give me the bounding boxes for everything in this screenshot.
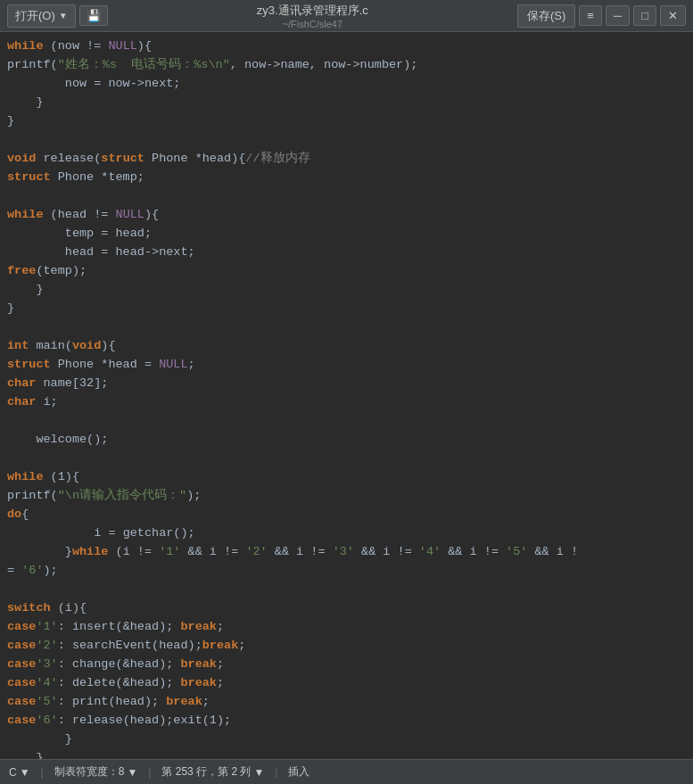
code-line: case '6': release(head);exit(1); bbox=[0, 712, 693, 730]
code-line bbox=[0, 131, 693, 150]
code-line: char name[32]; bbox=[0, 375, 693, 393]
code-line: head = head->next; bbox=[0, 243, 693, 262]
code-line: printf("姓名：%s 电话号码：%s\n", now->name, now… bbox=[0, 56, 693, 75]
code-line: } bbox=[0, 94, 693, 112]
minimize-button[interactable]: ─ bbox=[606, 5, 630, 26]
code-line: temp = head; bbox=[0, 225, 693, 243]
save-button[interactable]: 保存(S) bbox=[517, 4, 575, 28]
titlebar: 打开(O) ▼ 💾 zy3.通讯录管理程序.c ~/FishC/sle47 保存… bbox=[0, 0, 693, 32]
code-line: struct Phone *head = NULL; bbox=[0, 356, 693, 375]
code-line: while (head != NULL){ bbox=[0, 206, 693, 225]
code-line: } bbox=[0, 112, 693, 131]
insert-mode: 插入 bbox=[288, 764, 309, 780]
position-arrow: ▼ bbox=[253, 766, 264, 779]
code-editor[interactable]: while (now != NULL){ printf("姓名：%s 电话号码：… bbox=[0, 32, 693, 759]
lang-arrow: ▼ bbox=[20, 766, 30, 779]
code-line bbox=[0, 412, 693, 431]
code-line: now = now->next; bbox=[0, 75, 693, 94]
code-line: }while (i != '1' && i != '2' && i != '3'… bbox=[0, 543, 693, 562]
tab-width-selector[interactable]: 制表符宽度：8 ▼ bbox=[54, 764, 138, 780]
code-line: switch (i){ bbox=[0, 599, 693, 618]
code-line: char i; bbox=[0, 393, 693, 412]
code-line: printf("\n请输入指令代码："); bbox=[0, 487, 693, 506]
titlebar-left: 打开(O) ▼ 💾 bbox=[7, 4, 108, 28]
position-selector[interactable]: 第 253 行，第 2 列 ▼ bbox=[161, 764, 264, 780]
tab-label: 制表符宽度：8 bbox=[54, 764, 125, 780]
sep1: | bbox=[41, 766, 44, 779]
titlebar-right: 保存(S) ≡ ─ □ ✕ bbox=[517, 4, 686, 28]
code-line: i = getchar(); bbox=[0, 524, 693, 543]
code-line: case '2': searchEvent(head);break; bbox=[0, 637, 693, 656]
code-line bbox=[0, 450, 693, 468]
code-line: = '6'); bbox=[0, 562, 693, 581]
tab-arrow: ▼ bbox=[127, 766, 137, 779]
code-line: } bbox=[0, 300, 693, 318]
statusbar: C ▼ | 制表符宽度：8 ▼ | 第 253 行，第 2 列 ▼ | 插入 bbox=[0, 759, 693, 784]
code-line: struct Phone *temp; bbox=[0, 169, 693, 187]
sep2: | bbox=[148, 766, 151, 779]
code-line: void release(struct Phone *head){//释放内存 bbox=[0, 150, 693, 169]
close-button[interactable]: ✕ bbox=[660, 5, 686, 26]
code-line bbox=[0, 581, 693, 599]
open-dropdown-arrow: ▼ bbox=[59, 11, 68, 21]
code-line: welcome(); bbox=[0, 431, 693, 450]
code-line: case '4': delete(&head); break; bbox=[0, 674, 693, 693]
code-line: case '3': change(&head); break; bbox=[0, 656, 693, 674]
position-label: 第 253 行，第 2 列 bbox=[161, 764, 251, 780]
code-line: int main(void){ bbox=[0, 337, 693, 356]
save-icon-button[interactable]: 💾 bbox=[79, 5, 108, 26]
window-subtitle: ~/FishC/sle47 bbox=[108, 19, 517, 29]
code-line: do{ bbox=[0, 506, 693, 524]
open-label: 打开(O) bbox=[15, 8, 55, 24]
code-line: } bbox=[0, 749, 693, 759]
code-line: while (now != NULL){ bbox=[0, 37, 693, 56]
open-button[interactable]: 打开(O) ▼ bbox=[7, 4, 76, 28]
titlebar-center: zy3.通讯录管理程序.c ~/FishC/sle47 bbox=[108, 3, 517, 29]
insert-label: 插入 bbox=[288, 764, 309, 780]
code-line: } bbox=[0, 281, 693, 300]
menu-button[interactable]: ≡ bbox=[579, 5, 602, 26]
code-line: } bbox=[0, 730, 693, 749]
code-line bbox=[0, 187, 693, 206]
lang-selector[interactable]: C ▼ bbox=[9, 766, 30, 779]
window-title: zy3.通讯录管理程序.c bbox=[108, 3, 517, 19]
lang-label: C bbox=[9, 766, 17, 779]
code-line: while (1){ bbox=[0, 468, 693, 487]
restore-button[interactable]: □ bbox=[633, 5, 656, 26]
code-line bbox=[0, 318, 693, 337]
code-line: case '1': insert(&head); break; bbox=[0, 618, 693, 637]
sep3: | bbox=[275, 766, 277, 779]
code-line: case '5': print(head); break; bbox=[0, 693, 693, 712]
code-line: free(temp); bbox=[0, 262, 693, 281]
